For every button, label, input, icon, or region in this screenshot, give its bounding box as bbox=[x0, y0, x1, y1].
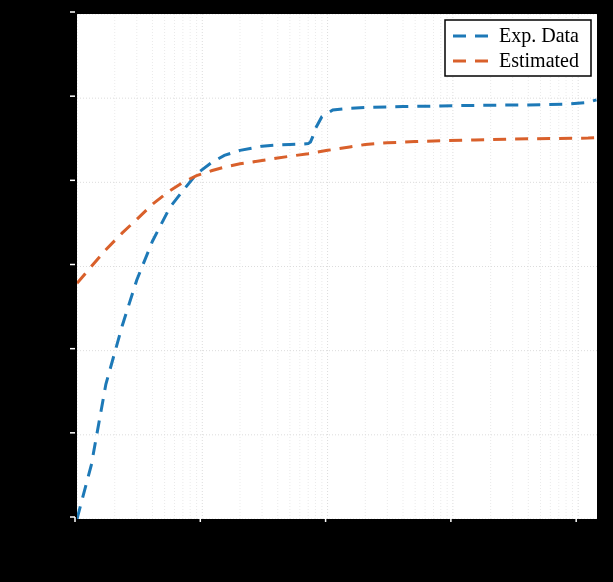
axes-svg: -250 -200 -150 -100 -50 0 50 10-1 100 10… bbox=[0, 0, 613, 582]
y-axis-label: Imag (Z) bbox=[2, 229, 25, 301]
figure: Exp. Data Estimated -250 -200 -150 -100 … bbox=[0, 0, 613, 582]
x-axis-label: Frequency [Hz] bbox=[272, 552, 398, 575]
ytick-6: 50 bbox=[45, 1, 65, 23]
ytick-2: -150 bbox=[28, 338, 65, 360]
xtick-2: 101 bbox=[312, 521, 339, 545]
ytick-5: 0 bbox=[55, 85, 65, 107]
xtick-1: 100 bbox=[187, 521, 214, 545]
ytick-3: -100 bbox=[28, 254, 65, 276]
ytick-1: -200 bbox=[28, 422, 65, 444]
xtick-0: 10-1 bbox=[59, 521, 91, 545]
y-ticks: -250 -200 -150 -100 -50 0 50 bbox=[28, 1, 75, 528]
ytick-4: -50 bbox=[38, 169, 65, 191]
x-ticks: 10-1 100 101 102 103 bbox=[59, 517, 590, 544]
xtick-3: 102 bbox=[437, 521, 464, 545]
xtick-4: 103 bbox=[563, 521, 590, 545]
